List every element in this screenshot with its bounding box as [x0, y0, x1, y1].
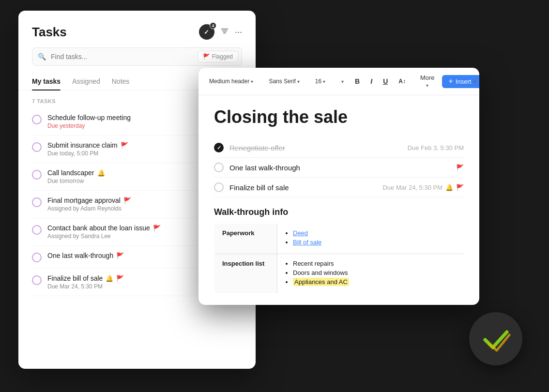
- task-row-icons: 🚩: [456, 164, 464, 171]
- color-chevron-icon: ▾: [341, 79, 344, 84]
- tab-my-tasks[interactable]: My tasks: [32, 74, 61, 90]
- bell-icon: 🔔: [106, 275, 113, 282]
- flag-icon: 🚩: [456, 164, 464, 171]
- task-row-icons: Due Feb 3, 5:30 PM: [408, 144, 464, 151]
- task-checkbox[interactable]: [32, 115, 42, 124]
- task-checkbox[interactable]: [214, 182, 224, 192]
- task-due-label: Due Feb 3, 5:30 PM: [408, 144, 464, 151]
- table-row: Paperwork Deed Bill of sale: [214, 224, 464, 254]
- note-task-row: One last walk-through 🚩: [214, 158, 464, 178]
- task-due-label: Due Mar 24, 5:30 PM: [382, 184, 442, 191]
- task-checkbox[interactable]: [32, 170, 42, 180]
- flag-icon: 🚩: [116, 252, 124, 259]
- font-dropdown[interactable]: Sans Serif ▾: [265, 76, 303, 87]
- table-content-cell: Deed Bill of sale: [277, 224, 464, 254]
- chevron-down-icon: ▾: [473, 79, 476, 84]
- note-task-row: Finalize bill of sale Due Mar 24, 5:30 P…: [214, 178, 464, 197]
- filter-icon[interactable]: [220, 27, 229, 38]
- list-item: Appliances and AC: [293, 278, 456, 286]
- task-checkbox[interactable]: [32, 225, 42, 235]
- tab-assigned[interactable]: Assigned: [72, 74, 100, 90]
- task-checkbox[interactable]: [32, 253, 42, 262]
- add-task-button[interactable]: ✓ 4: [199, 24, 214, 40]
- task-row-left: Renegotiate offer: [214, 143, 285, 152]
- task-checkbox[interactable]: [32, 142, 42, 152]
- notes-title: Closing the sale: [214, 107, 464, 127]
- notes-content: Closing the sale Renegotiate offer Due F…: [198, 95, 479, 305]
- highlighted-item: Appliances and AC: [293, 278, 349, 286]
- flag-icon: 🚩: [123, 197, 131, 204]
- search-bar: 🔍 🚩 Flagged: [32, 47, 242, 66]
- tasks-title: Tasks: [32, 25, 67, 40]
- bell-icon: 🔔: [97, 169, 105, 177]
- checkmark-badge: [469, 312, 522, 365]
- list-item: Bill of sale: [293, 239, 456, 246]
- flag-icon: 🚩: [456, 184, 464, 191]
- tab-notes[interactable]: Notes: [112, 74, 130, 90]
- list-item: Recent repairs: [293, 260, 456, 267]
- tasks-header-icons: ✓ 4 ···: [199, 24, 242, 40]
- chevron-down-icon: ▾: [426, 83, 428, 88]
- tasks-header: Tasks ✓ 4 ···: [18, 11, 256, 47]
- task-checkbox[interactable]: [214, 163, 224, 172]
- underline-button[interactable]: U: [380, 76, 391, 87]
- format-dropdown[interactable]: Medium header ▾: [205, 76, 257, 87]
- flag-icon: 🚩: [116, 275, 124, 282]
- list-item: Doors and windows: [293, 269, 456, 276]
- flag-icon: 🚩: [153, 225, 161, 232]
- chevron-down-icon: ▾: [251, 79, 253, 84]
- inspection-list: Recent repairs Doors and windows Applian…: [285, 260, 456, 286]
- more-options-icon[interactable]: ···: [235, 27, 242, 37]
- task-row-icons: Due Mar 24, 5:30 PM 🔔 🚩: [382, 184, 464, 191]
- notes-toolbar: Medium header ▾ Sans Serif ▾ 16 ▾ ▾ B I …: [198, 68, 479, 95]
- table-content-cell: Recent repairs Doors and windows Applian…: [277, 254, 464, 294]
- list-item: Deed: [293, 229, 456, 237]
- bill-of-sale-link[interactable]: Bill of sale: [293, 239, 321, 246]
- task-row-left: One last walk-through: [214, 163, 300, 172]
- chevron-down-icon: ▾: [323, 79, 325, 84]
- bold-button[interactable]: B: [351, 76, 363, 87]
- notes-panel: Medium header ▾ Sans Serif ▾ 16 ▾ ▾ B I …: [198, 68, 479, 305]
- note-task-row: Renegotiate offer Due Feb 3, 5:30 PM: [214, 138, 464, 158]
- checkmark-icon: [480, 323, 512, 355]
- task-row-name: Finalize bill of sale: [229, 183, 289, 192]
- table-header-cell: Paperwork: [214, 224, 277, 254]
- task-row-name: Renegotiate offer: [229, 144, 285, 152]
- flag-icon: 🚩: [121, 142, 128, 149]
- plus-icon: +: [449, 77, 453, 85]
- text-size-button[interactable]: A↕: [395, 76, 409, 86]
- size-dropdown[interactable]: 16 ▾: [311, 76, 329, 87]
- bell-icon: 🔔: [445, 184, 453, 191]
- table-header-cell: Inspection list: [214, 254, 277, 294]
- walk-through-table: Paperwork Deed Bill of sale Inspection l…: [214, 223, 464, 294]
- flagged-filter-button[interactable]: 🚩 Flagged: [198, 51, 238, 62]
- task-complete-checkbox[interactable]: [214, 143, 224, 152]
- chevron-down-icon: ▾: [297, 79, 300, 84]
- table-row: Inspection list Recent repairs Doors and…: [214, 254, 464, 294]
- search-icon: 🔍: [38, 53, 46, 60]
- task-checkbox[interactable]: [32, 275, 42, 285]
- section-header: Walk-through info: [214, 207, 464, 217]
- insert-button[interactable]: + Insert ▾: [442, 75, 479, 88]
- checkmark-add-icon: ✓: [204, 29, 209, 36]
- paperwork-list: Deed Bill of sale: [285, 229, 456, 246]
- task-row-name: One last walk-through: [229, 164, 300, 172]
- task-checkbox[interactable]: [32, 197, 42, 207]
- more-button[interactable]: More ▾: [417, 73, 438, 90]
- deed-link[interactable]: Deed: [293, 229, 308, 237]
- flag-icon: 🚩: [203, 53, 210, 60]
- task-count-badge: 4: [210, 22, 216, 29]
- italic-button[interactable]: I: [367, 76, 376, 87]
- flagged-label: Flagged: [212, 53, 233, 60]
- task-row-left: Finalize bill of sale: [214, 182, 289, 192]
